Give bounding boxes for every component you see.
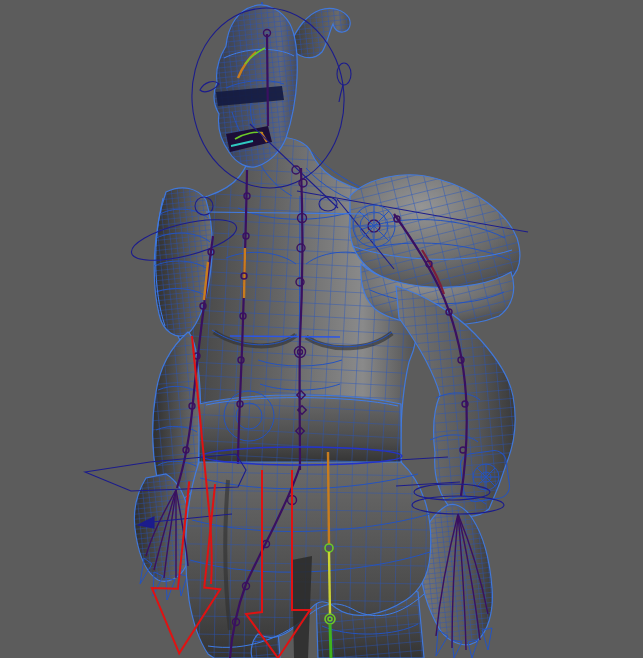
- shoulder-disc-ornament[interactable]: [353, 205, 395, 247]
- skirt-slit-shadow: [292, 556, 312, 658]
- 3d-viewport[interactable]: [0, 0, 643, 658]
- chest-guide-line[interactable]: [230, 336, 340, 337]
- viewport-canvas[interactable]: [0, 0, 643, 658]
- head-top-joint[interactable]: [267, 34, 268, 126]
